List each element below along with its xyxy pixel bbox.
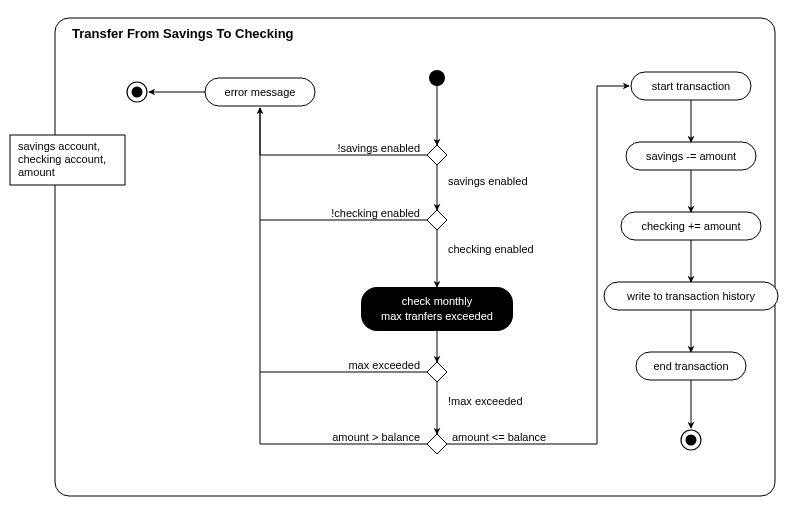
activity-final-icon [681, 430, 701, 450]
svg-point-18 [686, 435, 697, 446]
start-transaction-node: start transaction [631, 72, 751, 100]
svg-text:error message: error message [225, 86, 296, 98]
diagram-title: Transfer From Savings To Checking [72, 26, 294, 41]
guard-label: !max exceeded [448, 395, 523, 407]
svg-text:end transaction: end transaction [653, 360, 728, 372]
svg-text:savings -= amount: savings -= amount [646, 150, 736, 162]
svg-text:write to transaction history: write to transaction history [626, 290, 755, 302]
flow-final-icon [127, 82, 147, 102]
svg-text:check monthly: check monthly [402, 295, 473, 307]
savings-minus-node: savings -= amount [626, 142, 756, 170]
guard-label: amount <= balance [452, 431, 546, 443]
svg-point-1 [132, 87, 143, 98]
input-note-line: checking account, [18, 153, 106, 165]
end-transaction-node: end transaction [636, 352, 746, 380]
guard-label: amount > balance [332, 431, 420, 443]
guard-label: max exceeded [348, 359, 420, 371]
decision-checking-enabled [427, 210, 447, 230]
decision-savings-enabled [427, 145, 447, 165]
guard-label: savings enabled [448, 175, 528, 187]
initial-node-icon [429, 70, 445, 86]
svg-text:checking += amount: checking += amount [641, 220, 740, 232]
check-max-transfers-node: check monthly max tranfers exceeded [361, 287, 513, 331]
decision-max-exceeded [427, 362, 447, 382]
input-note-line: amount [18, 166, 55, 178]
guard-label: !savings enabled [337, 142, 420, 154]
guard-label: checking enabled [448, 243, 534, 255]
decision-balance [427, 434, 447, 454]
input-note-line: savings account, [18, 140, 100, 152]
write-history-node: write to transaction history [604, 282, 778, 310]
guard-label: !checking enabled [331, 207, 420, 219]
checking-plus-node: checking += amount [621, 212, 761, 240]
svg-text:start transaction: start transaction [652, 80, 730, 92]
edge [447, 86, 629, 444]
svg-text:max tranfers exceeded: max tranfers exceeded [381, 310, 493, 322]
svg-rect-4 [361, 287, 513, 331]
error-message-node: error message [205, 78, 315, 106]
activity-diagram: Transfer From Savings To Checking saving… [0, 0, 794, 506]
